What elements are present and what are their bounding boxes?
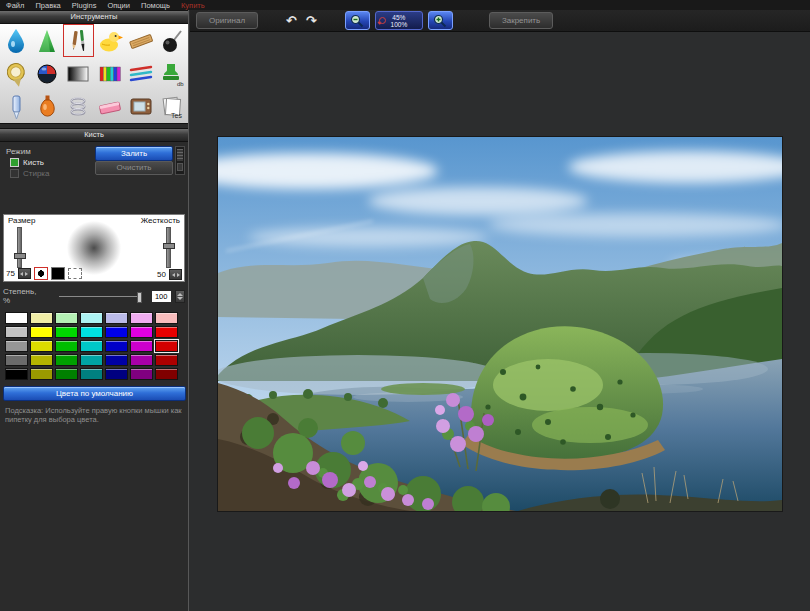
color-swatch[interactable] bbox=[155, 312, 178, 324]
tool-water-drop[interactable] bbox=[0, 24, 31, 57]
brush-mode-checkbox[interactable] bbox=[10, 158, 19, 167]
opacity-slider[interactable] bbox=[59, 296, 142, 297]
zoom-in-button[interactable] bbox=[428, 11, 453, 30]
size-value: 75 bbox=[6, 269, 15, 278]
erase-mode-label: Стирка bbox=[23, 169, 49, 178]
color-swatch[interactable] bbox=[105, 326, 128, 338]
tools-grid: db Tes bbox=[0, 24, 188, 124]
size-stepper[interactable] bbox=[18, 268, 31, 279]
color-swatch[interactable] bbox=[80, 326, 103, 338]
cone-icon bbox=[35, 28, 59, 54]
erase-mode-checkbox[interactable] bbox=[10, 169, 19, 178]
hardness-slider[interactable] bbox=[166, 227, 171, 268]
bottle-icon bbox=[35, 94, 59, 120]
tool-wood-plank[interactable] bbox=[125, 24, 156, 57]
color-swatch[interactable] bbox=[130, 326, 153, 338]
zoom-level-display: 45% 100% bbox=[375, 11, 423, 30]
hardness-slider-thumb[interactable] bbox=[163, 243, 175, 249]
tool-stamp[interactable]: db bbox=[157, 57, 188, 90]
color-swatch[interactable] bbox=[155, 368, 178, 380]
tool-tube[interactable] bbox=[0, 90, 31, 123]
color-swatch[interactable] bbox=[130, 340, 153, 352]
color-swatch[interactable] bbox=[30, 340, 53, 352]
mode-scrollbar[interactable] bbox=[175, 146, 185, 175]
color-swatch[interactable] bbox=[80, 354, 103, 366]
color-swatch[interactable] bbox=[5, 340, 28, 352]
size-slider-thumb[interactable] bbox=[14, 253, 26, 259]
tool-bottle[interactable] bbox=[31, 90, 62, 123]
color-swatch[interactable] bbox=[30, 368, 53, 380]
tool-color-ball[interactable] bbox=[31, 57, 62, 90]
color-swatch[interactable] bbox=[30, 312, 53, 324]
color-swatch[interactable] bbox=[155, 340, 178, 352]
menu-item-buy[interactable]: Купить bbox=[181, 1, 205, 10]
brush-shape-square-swatch[interactable] bbox=[51, 267, 65, 280]
tool-brush-pencil[interactable] bbox=[63, 24, 94, 57]
color-swatch[interactable] bbox=[80, 312, 103, 324]
menu-item-edit[interactable]: Правка bbox=[35, 1, 60, 10]
color-swatch[interactable] bbox=[130, 354, 153, 366]
color-swatch[interactable] bbox=[5, 354, 28, 366]
color-swatch[interactable] bbox=[105, 354, 128, 366]
color-swatch[interactable] bbox=[155, 354, 178, 366]
color-swatch[interactable] bbox=[105, 340, 128, 352]
tool-color-lines[interactable] bbox=[125, 57, 156, 90]
wood-plank-icon bbox=[128, 28, 154, 54]
opacity-stepper[interactable] bbox=[175, 290, 185, 303]
redo-icon[interactable]: ↷ bbox=[304, 13, 319, 29]
color-swatch[interactable] bbox=[55, 340, 78, 352]
hardness-stepper[interactable] bbox=[169, 269, 182, 280]
menu-item-plugins[interactable]: Plugins bbox=[72, 1, 97, 10]
color-swatch[interactable] bbox=[130, 312, 153, 324]
rainbow-icon bbox=[97, 61, 123, 87]
color-swatch[interactable] bbox=[5, 312, 28, 324]
color-swatch[interactable] bbox=[80, 368, 103, 380]
tool-text-pages[interactable]: Tes bbox=[157, 90, 188, 123]
tool-medal[interactable] bbox=[0, 57, 31, 90]
color-swatch[interactable] bbox=[30, 326, 53, 338]
tool-spring[interactable] bbox=[63, 90, 94, 123]
original-button[interactable]: Оригинал bbox=[196, 12, 258, 29]
canvas-area[interactable] bbox=[218, 137, 782, 511]
mode-scrollbar-button[interactable] bbox=[177, 163, 183, 171]
tool-duck[interactable] bbox=[94, 24, 125, 57]
brush-shape-outline-swatch[interactable] bbox=[68, 268, 82, 279]
tool-rainbow[interactable] bbox=[94, 57, 125, 90]
menu-item-help[interactable]: Помощь bbox=[141, 1, 170, 10]
zoom-out-button[interactable] bbox=[345, 11, 370, 30]
spring-icon bbox=[66, 94, 90, 120]
color-swatch[interactable] bbox=[55, 354, 78, 366]
color-swatch[interactable] bbox=[55, 312, 78, 324]
color-swatch[interactable] bbox=[105, 312, 128, 324]
color-swatch[interactable] bbox=[105, 368, 128, 380]
color-swatch[interactable] bbox=[155, 326, 178, 338]
color-swatch[interactable] bbox=[5, 368, 28, 380]
color-swatch[interactable] bbox=[55, 326, 78, 338]
menu-item-file[interactable]: Файл bbox=[6, 1, 24, 10]
color-swatch[interactable] bbox=[130, 368, 153, 380]
default-colors-button[interactable]: Цвета по умолчанию bbox=[3, 386, 186, 401]
color-swatch[interactable] bbox=[30, 354, 53, 366]
tool-pin[interactable] bbox=[157, 24, 188, 57]
mode-scrollbar-thumb[interactable] bbox=[177, 149, 183, 161]
menu-item-options[interactable]: Опции bbox=[107, 1, 130, 10]
brush-pencil-icon bbox=[66, 28, 90, 54]
undo-icon[interactable]: ↶ bbox=[284, 13, 299, 29]
color-swatch[interactable] bbox=[55, 368, 78, 380]
clear-button[interactable]: Очистить bbox=[95, 161, 173, 175]
photo-canvas[interactable] bbox=[218, 137, 782, 511]
opacity-slider-thumb[interactable] bbox=[137, 292, 142, 303]
brush-shape-round-swatch[interactable] bbox=[34, 267, 48, 280]
tool-cone[interactable] bbox=[31, 24, 62, 57]
tool-photo-frame[interactable] bbox=[125, 90, 156, 123]
tool-gradient[interactable] bbox=[63, 57, 94, 90]
menu-bar: Файл Правка Plugins Опции Помощь Купить bbox=[0, 0, 810, 10]
zoom-lens-icon bbox=[379, 17, 386, 24]
apply-button[interactable]: Закрепить bbox=[489, 12, 553, 29]
color-swatch[interactable] bbox=[5, 326, 28, 338]
brush-preview-box: Размер Жесткость 75 50 bbox=[3, 214, 185, 282]
size-slider[interactable] bbox=[17, 227, 22, 268]
fill-button[interactable]: Залить bbox=[95, 146, 173, 161]
tool-eraser[interactable] bbox=[94, 90, 125, 123]
color-swatch[interactable] bbox=[80, 340, 103, 352]
